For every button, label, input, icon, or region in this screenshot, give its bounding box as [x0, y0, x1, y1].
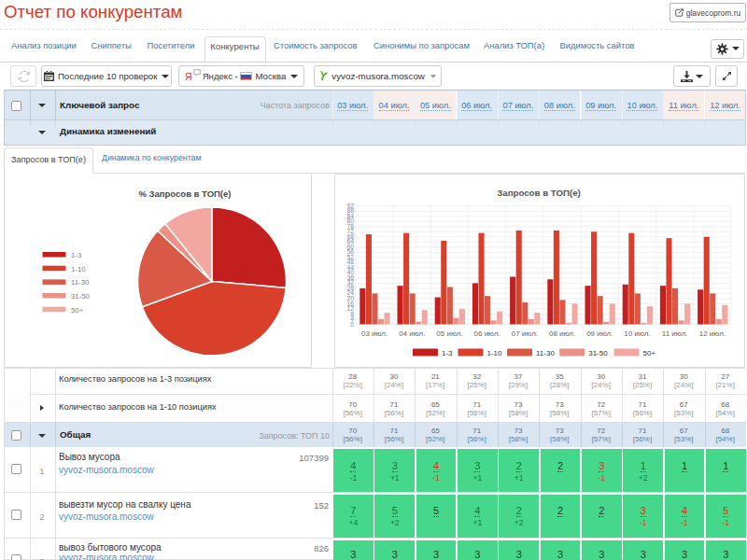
svg-text:03 июл.: 03 июл. — [361, 329, 388, 337]
svg-text:08 июл.: 08 июл. — [549, 329, 575, 337]
svg-text:1-10: 1-10 — [487, 349, 503, 357]
svg-text:92: 92 — [346, 202, 354, 208]
svg-text:12 июл.: 12 июл. — [699, 329, 726, 337]
svg-text:11 июл.: 11 июл. — [662, 329, 688, 337]
svg-text:06 июл.: 06 июл. — [474, 329, 500, 337]
svg-text:31-50: 31-50 — [588, 349, 608, 357]
svg-text:% Запросов в ТОП(е): % Запросов в ТОП(е) — [139, 189, 232, 199]
svg-text:1-10: 1-10 — [71, 265, 86, 273]
svg-text:09 июл.: 09 июл. — [586, 329, 613, 337]
svg-text:50+: 50+ — [643, 349, 656, 357]
svg-text:07 июл.: 07 июл. — [512, 329, 538, 337]
svg-text:Запросов в ТОП(е): Запросов в ТОП(е) — [497, 188, 581, 198]
svg-text:10 июл.: 10 июл. — [624, 329, 650, 337]
svg-text:50+: 50+ — [71, 306, 84, 315]
svg-text:11-30: 11-30 — [536, 349, 555, 357]
svg-text:1-3: 1-3 — [71, 251, 81, 259]
svg-text:1-3: 1-3 — [442, 349, 453, 357]
svg-text:31-50: 31-50 — [71, 292, 91, 301]
svg-text:05 июл.: 05 июл. — [436, 329, 462, 337]
svg-text:04 июл.: 04 июл. — [399, 329, 425, 337]
svg-text:11-30: 11-30 — [71, 278, 90, 287]
